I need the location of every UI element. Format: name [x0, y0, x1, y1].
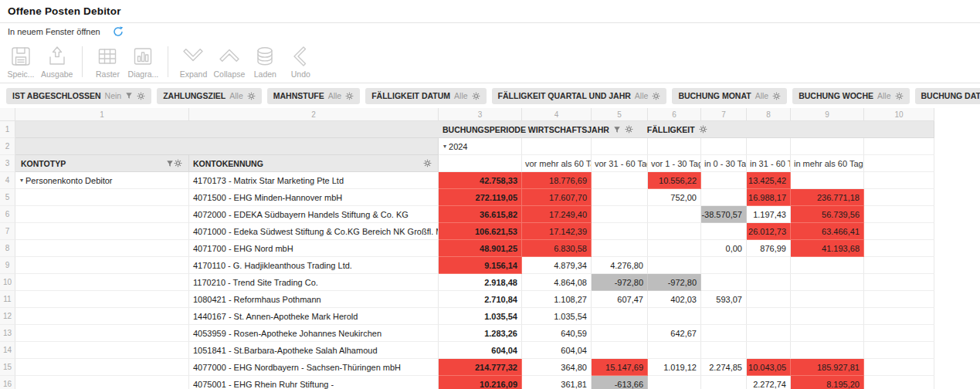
kontotyp-cell[interactable]	[15, 240, 189, 257]
value-cell[interactable]: -613,66	[592, 376, 648, 389]
total-cell[interactable]: 2.918,48	[439, 274, 522, 291]
value-cell[interactable]: 6.830,58	[522, 240, 592, 257]
column-header-kontotyp[interactable]: KONTOTYP	[15, 155, 189, 172]
value-cell[interactable]: 185.927,81	[791, 359, 864, 376]
empty-cell[interactable]	[864, 325, 934, 342]
value-cell[interactable]	[791, 291, 864, 308]
value-cell[interactable]: 876,99	[747, 240, 791, 257]
column-number-header[interactable]: 8	[747, 108, 791, 121]
gear-icon[interactable]	[137, 92, 145, 100]
value-cell[interactable]	[648, 342, 701, 359]
total-cell[interactable]: 48.901,25	[439, 240, 522, 257]
empty-cell[interactable]	[791, 138, 864, 155]
value-cell[interactable]	[791, 308, 864, 325]
gear-icon[interactable]	[772, 92, 781, 100]
filter-chip-buchung-woche[interactable]: BUCHUNG WOCHEAlle	[792, 88, 909, 104]
kontotyp-cell[interactable]	[15, 325, 189, 342]
value-cell[interactable]: 10.043,05	[747, 359, 791, 376]
value-cell[interactable]	[701, 257, 747, 274]
empty-cell[interactable]	[864, 342, 934, 359]
empty-cell[interactable]	[648, 138, 701, 155]
value-cell[interactable]: -972,80	[648, 274, 701, 291]
value-cell[interactable]: 18.776,69	[522, 172, 592, 189]
value-cell[interactable]: 4.864,08	[522, 274, 592, 291]
kontotyp-cell[interactable]	[15, 223, 189, 240]
value-cell[interactable]: 1.108,27	[522, 291, 592, 308]
account-cell[interactable]: 4077000 - EHG Nordbayern - Sachsen-Thüri…	[189, 359, 439, 376]
value-cell[interactable]	[648, 376, 701, 389]
kontotyp-cell[interactable]	[15, 206, 189, 223]
value-cell[interactable]: 593,07	[701, 291, 747, 308]
empty-cell[interactable]	[592, 138, 648, 155]
bucket-header-vor-mehr-als-60-tagen[interactable]: vor mehr als 60 Tagen↓	[522, 155, 592, 172]
empty-cell[interactable]	[864, 257, 934, 274]
empty-cell[interactable]	[864, 189, 934, 206]
column-number-header[interactable]: 6	[648, 108, 701, 121]
row-number[interactable]: 16	[0, 376, 15, 389]
value-cell[interactable]	[592, 342, 648, 359]
row-number[interactable]: 10	[0, 274, 15, 291]
gear-icon[interactable]	[247, 92, 256, 100]
total-cell[interactable]: 10.216,09	[439, 376, 522, 389]
column-number-header[interactable]: 5	[592, 108, 648, 121]
value-cell[interactable]: 13.425,42	[747, 172, 791, 189]
filter-chip-faelligkeit-quartal-und-jahr[interactable]: FÄLLIGKEIT QUARTAL UND JAHRAlle	[492, 88, 667, 104]
value-cell[interactable]: 17.249,40	[522, 206, 592, 223]
row-number[interactable]: 13	[0, 325, 15, 342]
column-header-kontokennung[interactable]: KONTOKENNUNG	[189, 155, 439, 172]
total-cell[interactable]: 42.758,33	[439, 172, 522, 189]
row-number[interactable]: 7	[0, 223, 15, 240]
gear-icon[interactable]	[472, 92, 480, 100]
value-cell[interactable]	[592, 189, 648, 206]
empty-cell[interactable]	[864, 308, 934, 325]
value-cell[interactable]	[592, 206, 648, 223]
kontotyp-cell[interactable]	[15, 291, 189, 308]
bucket-header-in-0-30-tagen[interactable]: in 0 - 30 Tagen	[701, 155, 747, 172]
filter-chip-buchung-monat[interactable]: BUCHUNG MONATAlle	[672, 88, 787, 104]
toolbar-button-undo[interactable]: Undo	[283, 42, 318, 79]
row-number[interactable]: 1	[0, 121, 15, 138]
total-cell[interactable]: 1.283,26	[439, 325, 522, 342]
value-cell[interactable]: 1.019,12	[648, 359, 701, 376]
kontotyp-cell[interactable]	[15, 189, 189, 206]
value-cell[interactable]: -972,80	[592, 274, 648, 291]
toolbar-button-laden[interactable]: Laden	[247, 42, 283, 79]
value-cell[interactable]: 16.988,17	[747, 189, 791, 206]
value-cell[interactable]	[701, 342, 747, 359]
value-cell[interactable]	[791, 342, 864, 359]
collapse-group-icon[interactable]: ▾	[20, 177, 23, 184]
year-group-cell[interactable]: ▾2024	[439, 138, 522, 155]
account-cell[interactable]: 1440167 - St. Annen-Apotheke Mark Herold	[189, 308, 439, 325]
account-cell[interactable]: 4170173 - Matrix Star Marketing Pte Ltd	[189, 172, 439, 189]
value-cell[interactable]	[701, 189, 747, 206]
empty-cell[interactable]	[864, 376, 934, 389]
toolbar-button-speic[interactable]: Speic...	[3, 42, 39, 79]
value-cell[interactable]	[747, 325, 791, 342]
kontotyp-cell[interactable]	[15, 376, 189, 389]
empty-cell[interactable]	[701, 138, 747, 155]
value-cell[interactable]: 63.466,41	[791, 223, 864, 240]
row-number[interactable]: 3	[0, 155, 15, 172]
empty-cell[interactable]	[522, 138, 592, 155]
value-cell[interactable]: 642,67	[648, 325, 701, 342]
value-cell[interactable]	[701, 223, 747, 240]
value-cell[interactable]	[701, 274, 747, 291]
refresh-icon[interactable]	[113, 26, 124, 37]
value-cell[interactable]: 2.274,85	[701, 359, 747, 376]
account-cell[interactable]: 4075001 - EHG Rhein Ruhr Stiftung -	[189, 376, 439, 389]
total-cell[interactable]: 1.035,54	[439, 308, 522, 325]
value-cell[interactable]: 0,00	[701, 240, 747, 257]
value-cell[interactable]	[791, 274, 864, 291]
kontotyp-cell[interactable]	[15, 342, 189, 359]
filter-chip-mahnstufe[interactable]: MAHNSTUFEAlle	[267, 88, 360, 104]
value-cell[interactable]: 4.276,80	[592, 257, 648, 274]
value-cell[interactable]	[701, 308, 747, 325]
empty-cell[interactable]	[864, 359, 934, 376]
row-number[interactable]: 14	[0, 342, 15, 359]
value-cell[interactable]	[747, 274, 791, 291]
total-cell[interactable]: 9.156,14	[439, 257, 522, 274]
filter-chip-buchung-datum[interactable]: BUCHUNG DATUMAlle	[915, 88, 980, 104]
value-cell[interactable]: 41.193,68	[791, 240, 864, 257]
row-number[interactable]: 11	[0, 291, 15, 308]
row-number[interactable]: 12	[0, 308, 15, 325]
